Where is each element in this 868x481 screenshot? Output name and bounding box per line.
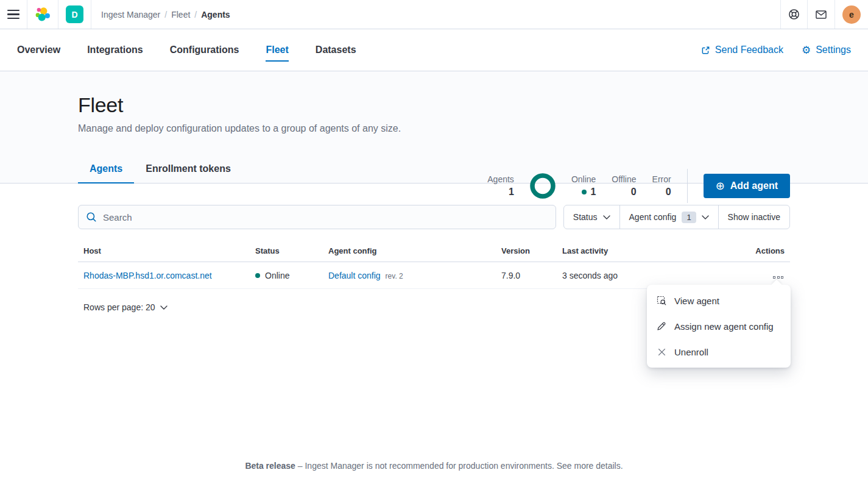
column-header-host: Host: [83, 246, 255, 255]
stat-error: Error 0: [652, 174, 671, 198]
breadcrumb-ingest-manager[interactable]: Ingest Manager: [101, 10, 160, 20]
column-header-actions: Actions: [708, 246, 785, 255]
online-status-dot-icon: [255, 273, 260, 278]
tab-integrations[interactable]: Integrations: [87, 38, 143, 62]
tab-fleet[interactable]: Fleet: [266, 38, 288, 62]
agent-status: Online: [265, 271, 289, 280]
subtab-enrollment-tokens[interactable]: Enrollment tokens: [134, 163, 242, 183]
inspect-icon: [657, 296, 666, 305]
top-chrome-bar: D Ingest Manager / Fleet / Agents e: [0, 0, 868, 29]
breadcrumb-fleet[interactable]: Fleet: [171, 10, 190, 20]
settings-link[interactable]: ⚙ Settings: [802, 45, 851, 55]
stat-online: Online 1: [571, 174, 596, 198]
agent-config-filter-button[interactable]: Agent config 1: [619, 205, 718, 229]
mail-icon: [815, 9, 827, 21]
add-agent-button[interactable]: ⊕ Add agent: [704, 174, 790, 198]
divider: [687, 169, 688, 203]
search-icon: [86, 212, 97, 223]
chevron-down-icon: [702, 215, 709, 219]
search-box: [78, 205, 556, 229]
menu-item-view-agent[interactable]: View agent: [647, 288, 791, 313]
breadcrumb: Ingest Manager / Fleet / Agents: [91, 10, 240, 20]
agent-last-activity: 3 seconds ago: [562, 271, 708, 280]
agents-table: Host Status Agent config Version Last ac…: [78, 241, 790, 289]
hamburger-icon: [7, 10, 19, 20]
space-selector[interactable]: D: [58, 0, 91, 29]
menu-button[interactable]: [0, 0, 27, 29]
column-header-status: Status: [255, 246, 328, 255]
agent-config-link[interactable]: Default config: [328, 271, 381, 280]
home-logo-button[interactable]: [27, 0, 58, 29]
chevron-down-icon: [603, 215, 610, 219]
fleet-subtabs: Agents Enrollment tokens: [78, 163, 242, 183]
help-icon: [788, 9, 800, 20]
page-subtitle: Manage and deploy configuration updates …: [78, 123, 790, 134]
menu-item-unenroll[interactable]: Unenroll: [647, 339, 791, 365]
show-inactive-toggle[interactable]: Show inactive: [718, 205, 789, 229]
user-menu-button[interactable]: e: [834, 0, 868, 29]
page-title: Fleet: [78, 71, 790, 117]
gear-icon: ⚙: [802, 45, 811, 55]
agent-host-link[interactable]: Rhodas-MBP.hsd1.or.comcast.net: [83, 271, 212, 280]
agent-version: 7.9.0: [501, 271, 562, 280]
subtab-agents[interactable]: Agents: [78, 163, 134, 183]
tab-overview[interactable]: Overview: [17, 38, 60, 62]
search-input[interactable]: [78, 205, 556, 229]
column-header-last-activity: Last activity: [562, 246, 708, 255]
table-header-row: Host Status Agent config Version Last ac…: [78, 241, 790, 262]
row-actions-menu: View agent Assign new agent config Unenr…: [647, 285, 791, 368]
newsfeed-button[interactable]: [807, 0, 834, 29]
stat-agents: Agents 1: [487, 174, 514, 198]
space-badge: D: [66, 5, 83, 23]
online-dot-icon: [582, 190, 587, 194]
send-feedback-label: Send Feedback: [715, 45, 783, 55]
fleet-header-section: Fleet Manage and deploy configuration up…: [0, 71, 868, 183]
column-header-version: Version: [501, 246, 562, 255]
stat-offline: Offline 0: [612, 174, 636, 198]
cross-icon: [657, 348, 666, 356]
avatar: e: [842, 5, 861, 24]
agent-stats: Agents 1 Online 1 Offline 0 Error 0: [487, 173, 671, 199]
beta-release-notice: Beta release – Ingest Manager is not rec…: [0, 461, 868, 471]
app-nav: Overview Integrations Configurations Fle…: [0, 29, 868, 71]
config-revision: rev. 2: [386, 272, 403, 280]
menu-item-assign-config[interactable]: Assign new agent config: [647, 313, 791, 339]
filter-group: Status Agent config 1 Show inactive: [563, 205, 790, 229]
filter-count-badge: 1: [682, 212, 696, 223]
pencil-icon: [657, 321, 666, 331]
column-header-agent-config: Agent config: [328, 246, 501, 255]
elastic-logo-icon: [35, 7, 51, 23]
tab-configurations[interactable]: Configurations: [170, 38, 239, 62]
chevron-down-icon: [160, 305, 168, 310]
tab-datasets[interactable]: Datasets: [316, 38, 356, 62]
row-actions-button[interactable]: [772, 274, 785, 281]
agents-donut-chart: [530, 173, 556, 199]
boxes-horizontal-icon: [773, 276, 775, 279]
external-link-icon: [701, 46, 710, 55]
beta-release-label: Beta release: [245, 461, 295, 471]
settings-label: Settings: [816, 45, 851, 55]
help-menu-button[interactable]: [780, 0, 807, 29]
send-feedback-link[interactable]: Send Feedback: [701, 45, 783, 55]
breadcrumb-agents: Agents: [201, 10, 230, 20]
status-filter-button[interactable]: Status: [564, 205, 619, 229]
plus-circle-icon: ⊕: [716, 180, 725, 191]
